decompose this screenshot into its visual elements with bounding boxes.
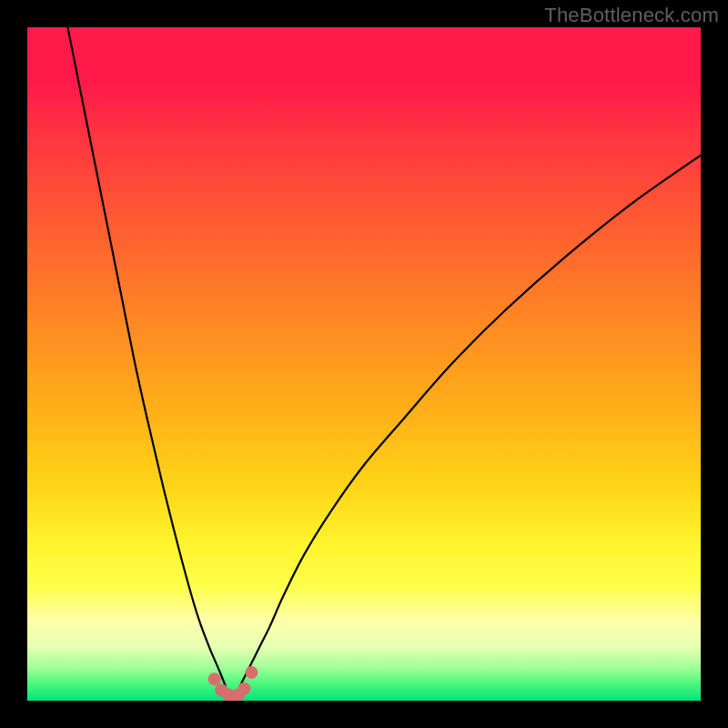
curve-layer (27, 27, 701, 701)
marker-cluster (208, 666, 258, 701)
data-marker (208, 672, 221, 685)
watermark-text: TheBottleneck.com (544, 4, 719, 27)
curve-left (67, 27, 226, 687)
data-marker (238, 682, 250, 695)
data-marker (245, 666, 258, 679)
chart-frame: TheBottleneck.com (0, 0, 728, 728)
plot-area (27, 27, 701, 701)
curve-right (239, 156, 701, 688)
